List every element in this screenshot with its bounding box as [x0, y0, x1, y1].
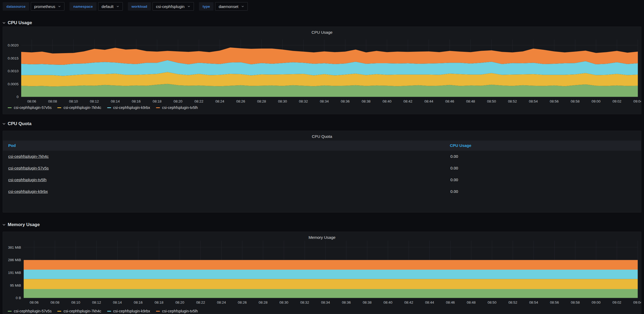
legend-item[interactable]: csi-cephfsplugin-tv5lh: [156, 309, 198, 313]
table-row: csi-cephfsplugin-57v5s 0.00: [3, 162, 641, 174]
memory-usage-chart[interactable]: 0 B95 MiB191 MiB286 MiB381 MiB08:0608:08…: [3, 232, 641, 314]
x-tick-label: 08:38: [362, 99, 371, 103]
cpu-usage-value: 0.00: [450, 162, 458, 174]
x-tick-label: 08:10: [69, 99, 78, 103]
x-tick-label: 08:36: [341, 99, 350, 103]
series-color-dash-icon: [107, 311, 111, 312]
legend-series-name: csi-cephfsplugin-7kh4c: [63, 105, 101, 110]
variable-namespace: namespace default: [69, 2, 123, 11]
series-color-dash-icon: [8, 311, 12, 312]
x-tick-label: 08:08: [48, 99, 57, 103]
area-csi-cephfsplugin-tv5lh: [24, 260, 638, 270]
variable-value-type: daemonset: [219, 4, 238, 9]
legend-series-name: csi-cephfsplugin-tv5lh: [162, 309, 198, 313]
x-tick-label: 08:34: [321, 300, 330, 304]
pod-link[interactable]: csi-cephfsplugin-tv5lh: [8, 174, 46, 186]
x-tick-label: 08:48: [467, 300, 476, 304]
cpu-usage-value: 0.00: [450, 186, 458, 197]
cpu-quota-panel: CPU Quota Pod CPU Usage csi-cephfsplugin…: [3, 131, 641, 213]
x-tick-label: 09:00: [591, 99, 601, 103]
legend-item[interactable]: csi-cephfsplugin-57v5s: [8, 105, 51, 110]
series-color-dash-icon: [156, 311, 160, 312]
chevron-down-icon: [2, 122, 6, 126]
x-tick-label: 09:04: [633, 99, 641, 103]
x-tick-label: 08:12: [92, 300, 101, 304]
x-tick-label: 08:52: [508, 300, 517, 304]
x-tick-label: 09:04: [633, 300, 641, 304]
variable-type: type daemonset: [199, 2, 248, 11]
x-tick-label: 08:54: [529, 99, 538, 103]
variable-value-datasource: prometheus: [34, 4, 55, 9]
cpu-usage-chart[interactable]: 00.00050.00100.00150.002008:0608:0808:10…: [3, 27, 641, 114]
legend-item[interactable]: csi-cephfsplugin-k9rbx: [107, 105, 150, 110]
x-tick-label: 08:40: [384, 300, 393, 304]
x-tick-label: 08:34: [320, 99, 329, 103]
x-tick-label: 08:22: [196, 300, 205, 304]
variables-bar: datasource prometheus namespace default …: [3, 2, 248, 11]
legend-item[interactable]: csi-cephfsplugin-k9rbx: [107, 309, 150, 313]
x-tick-label: 08:46: [446, 300, 455, 304]
grafana-dashboard: datasource prometheus namespace default …: [0, 0, 644, 314]
y-tick-label: 381 MiB: [8, 245, 21, 249]
section-toggle-cpu-quota[interactable]: CPU Quota: [2, 120, 32, 128]
panel-title-memory-usage[interactable]: Memory Usage: [3, 235, 641, 240]
legend-item[interactable]: csi-cephfsplugin-7kh4c: [57, 309, 101, 313]
x-tick-label: 08:14: [111, 99, 120, 103]
x-tick-label: 08:50: [487, 99, 496, 103]
x-tick-label: 08:58: [571, 99, 580, 103]
x-tick-label: 08:50: [488, 300, 497, 304]
x-tick-label: 08:16: [134, 300, 143, 304]
x-tick-label: 08:42: [404, 300, 413, 304]
y-tick-label: 0 B: [16, 296, 21, 300]
series-color-dash-icon: [156, 107, 160, 108]
variable-select-datasource[interactable]: prometheus: [31, 2, 64, 11]
column-header-cpu-usage[interactable]: CPU Usage: [450, 141, 471, 151]
x-tick-label: 09:00: [592, 300, 601, 304]
table-row: csi-cephfsplugin-tv5lh 0.00: [3, 174, 641, 186]
x-tick-label: 08:28: [259, 300, 268, 304]
legend-item[interactable]: csi-cephfsplugin-tv5lh: [156, 105, 198, 110]
table-header-row: Pod CPU Usage: [3, 141, 641, 151]
x-tick-label: 08:36: [342, 300, 351, 304]
legend-series-name: csi-cephfsplugin-57v5s: [14, 105, 51, 110]
y-tick-label: 191 MiB: [8, 271, 21, 275]
x-tick-label: 08:44: [424, 99, 433, 103]
table-row: csi-cephfsplugin-7kh4c 0.00: [3, 151, 641, 162]
legend-item[interactable]: csi-cephfsplugin-7kh4c: [57, 105, 101, 110]
memory-usage-legend: csi-cephfsplugin-57v5scsi-cephfsplugin-7…: [8, 309, 198, 313]
panel-title-cpu-quota[interactable]: CPU Quota: [3, 134, 641, 139]
pod-link[interactable]: csi-cephfsplugin-k9rbx: [8, 186, 48, 197]
section-toggle-memory-usage[interactable]: Memory Usage: [2, 221, 40, 228]
legend-series-name: csi-cephfsplugin-k9rbx: [113, 309, 150, 313]
cpu-usage-value: 0.00: [450, 151, 458, 162]
chevron-down-icon: [2, 223, 6, 227]
variable-label-type: type: [199, 2, 214, 11]
x-tick-label: 09:02: [612, 99, 621, 103]
legend-item[interactable]: csi-cephfsplugin-57v5s: [8, 309, 51, 313]
x-tick-label: 08:42: [403, 99, 412, 103]
variable-select-namespace[interactable]: default: [98, 2, 123, 11]
x-tick-label: 08:08: [50, 300, 59, 304]
pod-link[interactable]: csi-cephfsplugin-57v5s: [8, 162, 49, 174]
area-csi-cephfsplugin-57v5s: [24, 289, 638, 298]
panel-title-cpu-usage[interactable]: CPU Usage: [3, 29, 641, 35]
section-title: Memory Usage: [8, 222, 40, 227]
column-header-pod[interactable]: Pod: [8, 141, 16, 151]
y-tick-label: 0.0015: [8, 56, 19, 60]
chevron-down-icon: [241, 5, 244, 8]
x-tick-label: 08:26: [238, 300, 247, 304]
x-tick-label: 08:58: [571, 300, 580, 304]
variable-select-type[interactable]: daemonset: [215, 2, 247, 11]
section-toggle-cpu-usage[interactable]: CPU Usage: [2, 19, 32, 27]
x-tick-label: 08:18: [155, 300, 164, 304]
table-row: csi-cephfsplugin-k9rbx 0.00: [3, 186, 641, 197]
x-tick-label: 08:48: [466, 99, 475, 103]
area-csi-cephfsplugin-7kh4c: [24, 279, 638, 289]
variable-select-workload[interactable]: csi-cephfsplugin: [153, 2, 194, 11]
x-tick-label: 08:44: [425, 300, 434, 304]
variable-label-datasource: datasource: [3, 2, 29, 11]
y-tick-label: 95 MiB: [10, 283, 21, 287]
x-tick-label: 08:20: [175, 300, 184, 304]
x-tick-label: 08:52: [508, 99, 517, 103]
pod-link[interactable]: csi-cephfsplugin-7kh4c: [8, 151, 49, 162]
